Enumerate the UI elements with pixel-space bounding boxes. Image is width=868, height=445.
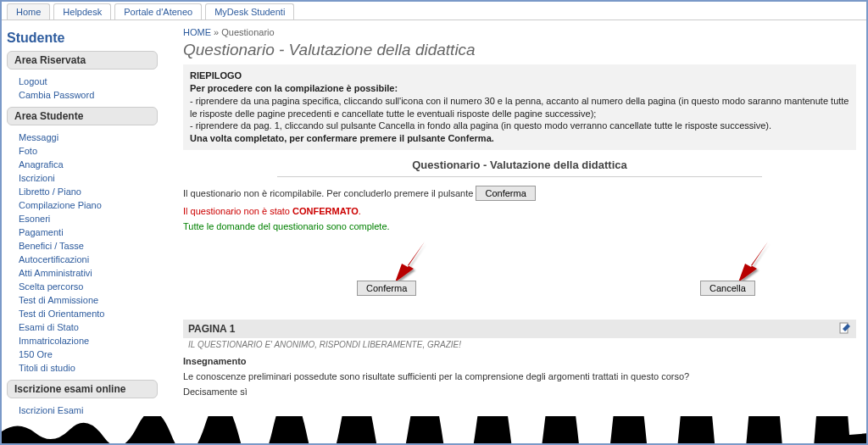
- sidebar-group-area-riservata[interactable]: Area Riservata: [7, 51, 158, 70]
- sidebar-link-esoneri[interactable]: Esoneri: [19, 212, 163, 225]
- sidebar-title: Studente: [7, 31, 163, 46]
- status-pre: Il questionario non è stato: [183, 206, 292, 216]
- page1-title: PAGINA 1: [188, 323, 235, 335]
- sidebar-link-autocertificazioni[interactable]: Autocertificazioni: [19, 253, 163, 266]
- sidebar-link-iscrizioni-esami[interactable]: Iscrizioni Esami: [19, 403, 163, 417]
- sidebar-link-titoli-di-studio[interactable]: Titoli di studio: [19, 361, 163, 375]
- sidebar-link-150-ore[interactable]: 150 Ore: [19, 348, 163, 361]
- sidebar-link-scelta-percorso[interactable]: Scelta percorso: [19, 280, 163, 293]
- sidebar-link-iscrizioni[interactable]: Iscrizioni: [19, 171, 163, 185]
- sidebar-link-logout[interactable]: Logout: [19, 75, 163, 88]
- status-complete: Tutte le domande del questionario sono c…: [183, 221, 856, 231]
- status-non-confermato: Il questionario non è stato CONFERMATO.: [183, 206, 856, 216]
- conferma-button[interactable]: Conferma: [357, 281, 416, 296]
- conferma-inline-button[interactable]: Conferma: [476, 186, 535, 201]
- page1-subtitle: IL QUESTIONARIO E' ANONIMO, RISPONDI LIB…: [183, 338, 856, 351]
- page1-answer: Decisamente sì: [183, 387, 856, 397]
- tab-helpdesk[interactable]: Helpdesk: [53, 3, 111, 19]
- cancella-button[interactable]: Cancella: [700, 281, 755, 296]
- sidebar-link-cambia-password[interactable]: Cambia Password: [19, 88, 163, 102]
- status-word: CONFERMATO: [292, 206, 359, 216]
- sidebar-link-anagrafica[interactable]: Anagrafica: [19, 158, 163, 171]
- divider: [277, 176, 762, 177]
- status-post: .: [359, 206, 361, 216]
- info-line-non-ricompilabile: Il questionario non è ricompilabile. Per…: [183, 186, 856, 201]
- tab-mydesk-studenti[interactable]: MyDesk Studenti: [205, 3, 294, 19]
- page1-section: Insegnamento: [183, 356, 856, 366]
- riepilogo-bullet-1: - riprendere da una pagina specifica, cl…: [190, 95, 849, 120]
- sidebar-link-test-ammissione[interactable]: Test di Ammissione: [19, 293, 163, 307]
- breadcrumb: HOME » Questionario: [183, 27, 856, 37]
- riepilogo-heading: RIEPILOGO: [190, 70, 849, 82]
- sidebar-link-test-orientamento[interactable]: Test di Orientamento: [19, 307, 163, 320]
- riepilogo-intro: Per procedere con la compilazione è poss…: [190, 83, 398, 93]
- sidebar: Studente Area Riservata Logout Cambia Pa…: [2, 20, 163, 443]
- page1-question: Le conoscenze preliminari possedute sono…: [183, 371, 856, 381]
- sidebar-link-compilazione-piano[interactable]: Compilazione Piano: [19, 198, 163, 212]
- info-line-text: Il questionario non è ricompilabile. Per…: [183, 188, 473, 198]
- sidebar-link-benefici-tasse[interactable]: Benefici / Tasse: [19, 239, 163, 253]
- sidebar-link-immatricolazione[interactable]: Immatricolazione: [19, 334, 163, 348]
- edit-page-icon[interactable]: [839, 322, 851, 336]
- sidebar-link-libretto-piano[interactable]: Libretto / Piano: [19, 185, 163, 198]
- tab-portale-ateneo[interactable]: Portale d'Ateneo: [114, 3, 202, 19]
- sub-title: Questionario - Valutazione della didatti…: [183, 159, 856, 171]
- sidebar-link-esami-di-stato[interactable]: Esami di Stato: [19, 320, 163, 334]
- page1-header: PAGINA 1: [183, 320, 856, 338]
- svg-marker-0: [395, 242, 425, 282]
- arrow-icon: [378, 240, 429, 282]
- breadcrumb-home[interactable]: HOME: [183, 27, 211, 37]
- main-content: HOME » Questionario Questionario - Valut…: [163, 20, 866, 443]
- sidebar-link-atti-amministrativi[interactable]: Atti Amministrativi: [19, 266, 163, 280]
- action-row: Conferma Cancella: [183, 248, 856, 308]
- sidebar-link-pagamenti[interactable]: Pagamenti: [19, 225, 163, 239]
- riepilogo-box: RIEPILOGO Per procedere con la compilazi…: [183, 64, 856, 150]
- sidebar-group-area-studente[interactable]: Area Studente: [7, 107, 158, 125]
- riepilogo-bullet-3: Una volta completato, per confermare pre…: [190, 133, 494, 143]
- top-tabs: Home Helpdesk Portale d'Ateneo MyDesk St…: [2, 2, 866, 20]
- breadcrumb-sep: »: [214, 27, 219, 37]
- svg-marker-1: [738, 242, 768, 282]
- arrow-icon: [721, 240, 772, 282]
- tab-home[interactable]: Home: [7, 3, 50, 19]
- riepilogo-bullet-2: - riprendere da pag. 1, cliccando sul pu…: [190, 120, 849, 132]
- page-title: Questionario - Valutazione della didatti…: [183, 41, 856, 59]
- breadcrumb-current: Questionario: [221, 27, 274, 37]
- sidebar-group-iscrizione-esami-online[interactable]: Iscrizione esami online: [7, 380, 158, 398]
- sidebar-link-foto[interactable]: Foto: [19, 144, 163, 158]
- sidebar-link-messaggi[interactable]: Messaggi: [19, 131, 163, 144]
